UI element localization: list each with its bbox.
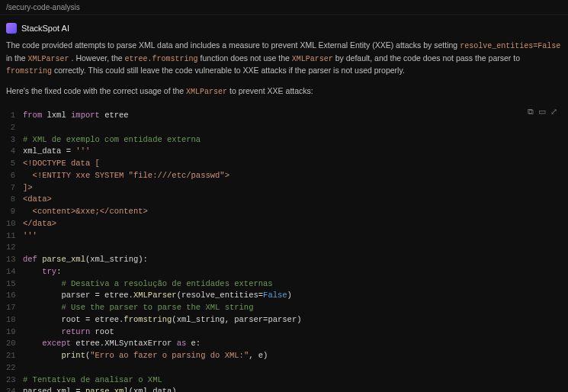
expand-icon[interactable]: ⤢ [550,107,557,117]
code-line: 2 [6,122,562,134]
code-text: # XML de exemplo com entidade externa [23,134,201,146]
code-block-container: ⧉ ▭ ⤢ 1from lxml import etree23# XML de … [6,105,562,392]
line-number: 16 [6,290,23,302]
code-text: # Use the parser to parse the XML string [23,302,253,314]
assistant-header: StackSpot AI [0,15,568,40]
text: correctly. This could still leave the co… [54,66,405,75]
code-line: 3# XML de exemplo com entidade externa [6,134,562,146]
inline-code: XMLParser [292,55,333,63]
line-number: 4 [6,146,23,158]
path-text: /secury-code-analysis [6,3,80,11]
code-text: </data> [23,218,56,230]
code-line: 22 [6,362,562,374]
code-line: 17 # Use the parser to parse the XML str… [6,302,562,314]
code-text: <!DOCTYPE data [ [23,158,100,170]
code-line: 19 return root [6,326,562,339]
assistant-avatar-icon [6,23,17,34]
code-line: 12 [6,242,562,254]
code-line: 21 print("Erro ao fazer o parsing do XML… [6,350,562,362]
line-number: 8 [6,194,23,206]
code-text: parsed_xml = parse_xml(xml_data) [23,386,177,392]
code-text: root = etree.fromstring(xml_string, pars… [23,314,302,326]
wrap-icon[interactable]: ▭ [538,107,546,117]
text: The code provided attempts to parse XML … [6,40,460,50]
code-line: 7]> [6,182,562,194]
explanation-paragraph-2: Here's the fixed code with the correct u… [6,85,562,98]
code-text: <content>&xxe;</content> [23,206,148,218]
code-line: 6 <!ENTITY xxe SYSTEM "file:///etc/passw… [6,170,562,182]
line-number: 21 [6,350,23,362]
line-number: 11 [6,230,23,243]
code-toolbar: ⧉ ▭ ⤢ [528,107,557,117]
assistant-name: StackSpot AI [21,24,69,33]
inline-code: fromstring [6,67,52,76]
line-number: 12 [6,242,23,254]
explanation-paragraph-1: The code provided attempts to parse XML … [6,40,562,78]
code-line: 24parsed_xml = parse_xml(xml_data) [6,386,562,392]
line-number: 2 [6,122,23,134]
code-text: from lxml import etree [23,110,129,122]
text: Here's the fixed code with the correct u… [6,86,186,95]
text: function does not use the [201,53,292,63]
code-line: 23# Tentativa de analisar o XML [6,374,562,387]
line-number: 19 [6,326,23,339]
line-number: 23 [6,374,23,387]
text: to prevent XXE attacks: [229,86,313,95]
code-text: # Desativa a resolução de entidades exte… [23,278,273,291]
code-line: 15 # Desativa a resolução de entidades e… [6,278,562,291]
code-text: ''' [23,230,37,243]
code-text: return root [23,326,114,339]
line-number: 20 [6,338,23,350]
inline-code: XMLParser [28,55,69,63]
code-line: 14 try: [6,266,562,278]
text: in the [6,53,28,63]
line-number: 3 [6,134,23,146]
code-line: 16 parser = etree.XMLParser(resolve_enti… [6,290,562,302]
code-text: <data> [23,194,52,206]
line-number: 1 [6,110,23,122]
line-number: 17 [6,302,23,314]
code-line: 8<data> [6,194,562,206]
inline-code: resolve_entities=False [460,42,560,50]
line-number: 18 [6,314,23,326]
code-text: parser = etree.XMLParser(resolve_entitie… [23,290,292,302]
code-text: try: [23,266,61,278]
line-number: 5 [6,158,23,170]
code-line: 20 except etree.XMLSyntaxError as e: [6,338,562,350]
code-text: xml_data = ''' [23,146,90,158]
code-line: 13def parse_xml(xml_string): [6,254,562,266]
code-text: ]> [23,182,33,194]
code-line: 10</data> [6,218,562,230]
code-text: # Tentativa de analisar o XML [23,374,162,387]
code-line: 9 <content>&xxe;</content> [6,206,562,218]
copy-icon[interactable]: ⧉ [528,107,534,117]
line-number: 9 [6,206,23,218]
line-number: 6 [6,170,23,182]
line-number: 15 [6,278,23,291]
message-body: The code provided attempts to parse XML … [0,40,568,392]
code-text: print("Erro ao fazer o parsing do XML:",… [23,350,268,362]
line-number: 13 [6,254,23,266]
code-text: <!ENTITY xxe SYSTEM "file:///etc/passwd"… [23,170,229,182]
code-block[interactable]: 1from lxml import etree23# XML de exempl… [6,105,562,392]
line-number: 14 [6,266,23,278]
path-bar: /secury-code-analysis [0,0,568,15]
code-line: 1from lxml import etree [6,110,562,122]
line-number: 24 [6,386,23,392]
line-number: 10 [6,218,23,230]
line-number: 22 [6,362,23,374]
code-line: 4xml_data = ''' [6,146,562,158]
text: by default, and the code does not pass t… [335,53,520,63]
code-line: 18 root = etree.fromstring(xml_string, p… [6,314,562,326]
code-line: 11''' [6,230,562,243]
code-text: except etree.XMLSyntaxError as e: [23,338,201,350]
text: . However, the [72,53,125,63]
inline-code: XMLParser [186,88,227,96]
inline-code: etree.fromstring [125,55,198,63]
code-line: 5<!DOCTYPE data [ [6,158,562,170]
line-number: 7 [6,182,23,194]
code-text: def parse_xml(xml_string): [23,254,148,266]
